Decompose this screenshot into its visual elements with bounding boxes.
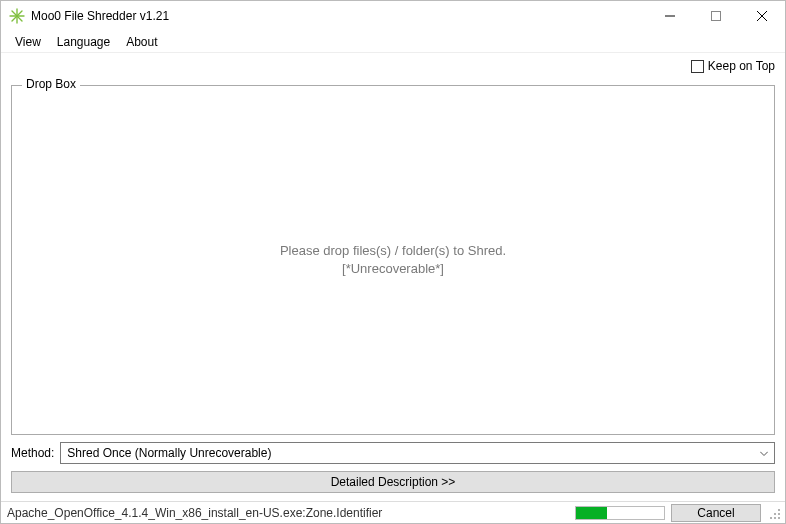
progress-fill [576, 507, 607, 519]
svg-point-17 [770, 517, 772, 519]
statusbar: Apache_OpenOffice_4.1.4_Win_x86_install_… [1, 501, 785, 523]
content-area: Keep on Top Drop Box Please drop files(s… [1, 53, 785, 501]
drop-box[interactable]: Drop Box Please drop files(s) / folder(s… [11, 85, 775, 435]
method-select-value: Shred Once (Normally Unrecoverable) [67, 446, 271, 460]
svg-point-13 [778, 513, 780, 515]
svg-rect-9 [712, 12, 721, 21]
app-window: Moo0 File Shredder v1.21 View Language A… [0, 0, 786, 524]
status-text: Apache_OpenOffice_4.1.4_Win_x86_install_… [7, 506, 569, 520]
progress-bar [575, 506, 665, 520]
titlebar: Moo0 File Shredder v1.21 [1, 1, 785, 31]
svg-line-7 [12, 11, 17, 16]
method-row: Method: Shred Once (Normally Unrecoverab… [11, 441, 775, 465]
drop-box-hint-line1: Please drop files(s) / folder(s) to Shre… [280, 242, 506, 260]
drop-box-legend: Drop Box [22, 77, 80, 91]
svg-point-14 [774, 513, 776, 515]
svg-line-1 [17, 11, 22, 16]
drop-box-hint-line2: [*Unrecoverable*] [280, 260, 506, 278]
svg-line-5 [12, 16, 17, 21]
svg-line-3 [17, 16, 22, 21]
close-button[interactable] [739, 1, 785, 31]
cancel-button[interactable]: Cancel [671, 504, 761, 522]
keep-on-top-label[interactable]: Keep on Top [708, 59, 775, 73]
menu-view[interactable]: View [7, 33, 49, 51]
minimize-button[interactable] [647, 1, 693, 31]
svg-point-12 [778, 509, 780, 511]
svg-point-15 [778, 517, 780, 519]
menubar: View Language About [1, 31, 785, 53]
method-select[interactable]: Shred Once (Normally Unrecoverable) [60, 442, 775, 464]
svg-point-16 [774, 517, 776, 519]
menu-about[interactable]: About [118, 33, 165, 51]
app-icon [9, 8, 25, 24]
keep-on-top-row: Keep on Top [11, 57, 775, 75]
resize-grip[interactable] [767, 506, 781, 520]
detailed-description-button[interactable]: Detailed Description >> [11, 471, 775, 493]
maximize-button[interactable] [693, 1, 739, 31]
menu-language[interactable]: Language [49, 33, 118, 51]
drop-box-hint: Please drop files(s) / folder(s) to Shre… [280, 242, 506, 278]
chevron-down-icon [760, 448, 768, 459]
keep-on-top-checkbox[interactable] [691, 60, 704, 73]
window-title: Moo0 File Shredder v1.21 [31, 9, 169, 23]
method-label: Method: [11, 446, 54, 460]
